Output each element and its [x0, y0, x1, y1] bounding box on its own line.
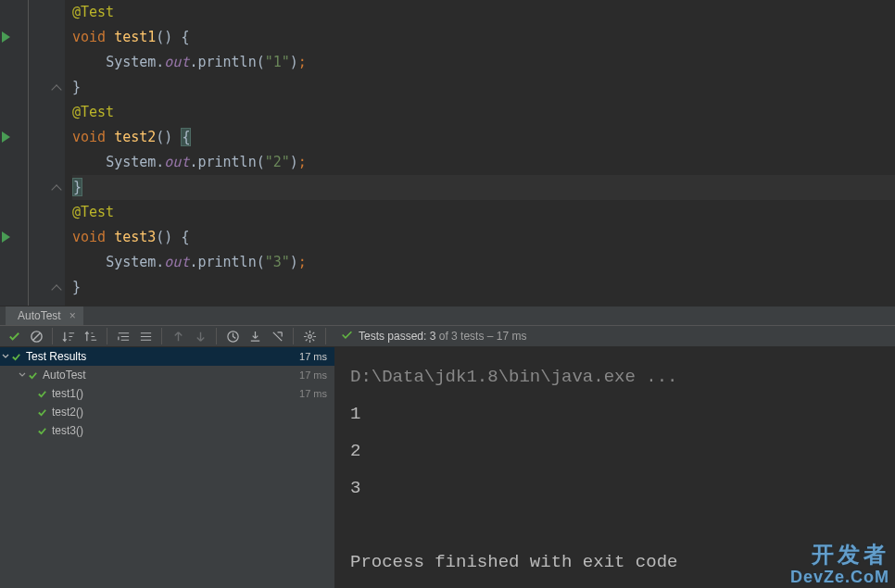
- fold-icon[interactable]: [51, 184, 61, 194]
- method-name: test3: [114, 229, 156, 245]
- field-ref: out: [164, 254, 189, 270]
- chevron-down-icon[interactable]: [17, 371, 28, 379]
- method-call: println: [197, 154, 256, 170]
- annotation: @Test: [72, 4, 114, 20]
- code-content[interactable]: @Test void test1() { System.out.println(…: [65, 0, 895, 306]
- fold-icon[interactable]: [51, 84, 61, 94]
- check-icon: [37, 389, 47, 399]
- class-ref: System: [106, 54, 156, 70]
- tree-label: AutoTest: [43, 369, 299, 382]
- chevron-down-icon[interactable]: [0, 353, 11, 360]
- tree-label: test3(): [52, 424, 327, 437]
- test-toolbar: Tests passed: 3 of 3 tests – 17 ms: [0, 326, 895, 347]
- gutter: [0, 0, 65, 306]
- method-name: test2: [114, 129, 156, 145]
- tree-test-item[interactable]: test3(): [0, 421, 334, 440]
- watermark: 开发者 DevZe.CoM: [790, 544, 889, 588]
- method-name: test1: [114, 29, 156, 45]
- method-call: println: [197, 54, 256, 70]
- run-config-label: AutoTest: [18, 309, 61, 322]
- output-line: 3: [350, 469, 880, 507]
- check-icon: [341, 329, 353, 344]
- show-ignored-button[interactable]: [26, 326, 46, 346]
- sort-up-button[interactable]: [81, 326, 101, 346]
- tree-suite[interactable]: AutoTest 17 ms: [0, 366, 334, 384]
- tree-test-item[interactable]: test2(): [0, 403, 334, 421]
- run-config-tab[interactable]: AutoTest ×: [6, 307, 83, 325]
- tree-root[interactable]: Test Results 17 ms: [0, 347, 334, 366]
- import-button[interactable]: [245, 326, 265, 346]
- show-passed-button[interactable]: [4, 326, 24, 346]
- keyword: void: [72, 229, 106, 245]
- command-line: D:\Data\jdk1.8\bin\java.exe ...: [350, 358, 880, 395]
- tests-passed-status: Tests passed: 3 of 3 tests – 17 ms: [341, 329, 526, 344]
- annotation: @Test: [72, 104, 114, 120]
- tree-label: Test Results: [26, 350, 299, 363]
- field-ref: out: [164, 54, 189, 70]
- editor-area[interactable]: @Test void test1() { System.out.println(…: [0, 0, 895, 306]
- string-literal: "2": [265, 154, 290, 170]
- tree-time: 17 ms: [299, 369, 327, 381]
- string-literal: "3": [265, 254, 290, 270]
- tree-time: 17 ms: [299, 351, 327, 362]
- expand-all-button[interactable]: [113, 326, 133, 346]
- test-tree[interactable]: Test Results 17 ms AutoTest 17 ms test1(…: [0, 347, 335, 588]
- keyword: void: [72, 129, 106, 145]
- check-icon: [37, 407, 47, 418]
- output-line: 2: [350, 432, 880, 469]
- sort-down-button[interactable]: [58, 326, 79, 346]
- tree-time: 17 ms: [299, 388, 327, 399]
- svg-point-5: [308, 334, 311, 338]
- fold-icon[interactable]: [51, 284, 61, 294]
- output-line: 1: [350, 395, 880, 432]
- check-icon: [37, 426, 47, 436]
- settings-button[interactable]: [299, 326, 320, 346]
- run-test-icon[interactable]: [2, 131, 10, 143]
- tree-label: test1(): [52, 387, 299, 400]
- next-button[interactable]: [190, 326, 210, 346]
- caret: }: [72, 178, 82, 196]
- console-output[interactable]: D:\Data\jdk1.8\bin\java.exe ... 1 2 3 Pr…: [335, 347, 895, 588]
- history-button[interactable]: [222, 326, 243, 346]
- run-test-icon[interactable]: [2, 231, 10, 243]
- tree-test-item[interactable]: test1() 17 ms: [0, 384, 334, 403]
- string-literal: "1": [265, 54, 290, 70]
- class-ref: System: [106, 154, 156, 170]
- field-ref: out: [164, 154, 189, 170]
- class-ref: System: [106, 254, 156, 270]
- svg-line-3: [32, 332, 40, 340]
- check-icon: [11, 352, 21, 362]
- prev-button[interactable]: [168, 326, 188, 346]
- run-test-icon[interactable]: [2, 31, 10, 43]
- annotation: @Test: [72, 204, 114, 220]
- keyword: void: [72, 29, 106, 45]
- close-icon[interactable]: ×: [69, 309, 76, 322]
- export-button[interactable]: [267, 326, 287, 346]
- tree-label: test2(): [52, 406, 327, 419]
- test-results-panel: Test Results 17 ms AutoTest 17 ms test1(…: [0, 347, 895, 588]
- run-tool-tab-bar: AutoTest ×: [0, 306, 895, 326]
- check-icon: [28, 370, 38, 381]
- collapse-all-button[interactable]: [135, 326, 156, 346]
- method-call: println: [197, 254, 256, 270]
